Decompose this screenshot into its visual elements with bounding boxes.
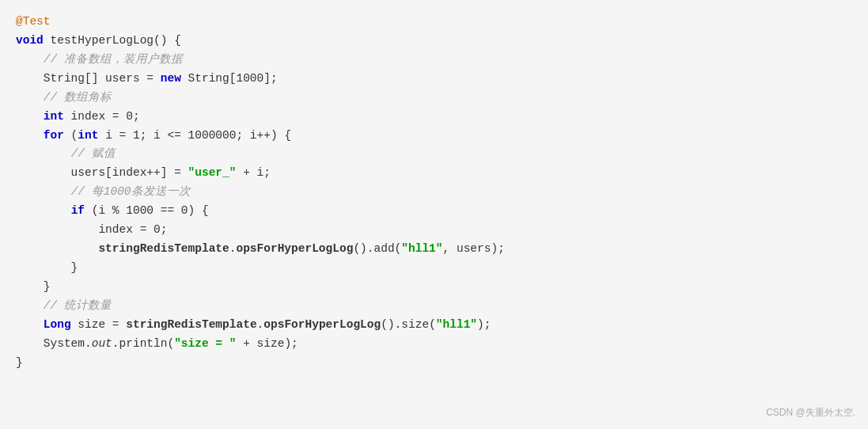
redis-call xyxy=(16,242,98,255)
comment5: // 统计数量 xyxy=(44,299,112,312)
ops-for-hll-size: opsForHyperLogLog xyxy=(263,318,381,331)
for-body: i = 1; i <= 1000000; i++) { xyxy=(98,129,291,142)
plus-size: + size); xyxy=(236,337,298,350)
watermark: CSDN @失重外太空. xyxy=(766,406,855,420)
comment1: // 准备数组，装用户数据 xyxy=(44,53,183,66)
users-assign: users[index++] = xyxy=(16,166,188,179)
comment3: // 赋值 xyxy=(71,147,116,160)
int-decl xyxy=(16,110,44,123)
code-container: @Test void testHyperLogLog() { // 准备数组，装… xyxy=(0,0,868,429)
new-keyword: new xyxy=(161,72,181,85)
size-end: ); xyxy=(477,318,491,331)
comment2: // 数组角标 xyxy=(44,91,112,104)
indent3 xyxy=(16,147,71,160)
close-for: } xyxy=(16,280,51,293)
string-array-decl: String[] users = xyxy=(16,72,161,85)
long-decl xyxy=(16,318,44,331)
ops-method: opsForHyperLogLog xyxy=(236,242,353,255)
string-user: "user_" xyxy=(188,166,237,179)
for-line xyxy=(16,129,44,142)
comment4: // 每1000条发送一次 xyxy=(71,185,191,198)
int-keyword1: int xyxy=(44,110,64,123)
method-bold: stringRedisTemplate xyxy=(98,242,229,255)
method-name: testHyperLogLog() { xyxy=(44,34,181,47)
if-line xyxy=(16,204,71,217)
call-add: ().add( xyxy=(353,242,401,255)
string-array-size: String[1000]; xyxy=(181,72,278,85)
size-decl: size = xyxy=(71,318,127,331)
close-if: } xyxy=(16,261,78,274)
close-method: } xyxy=(16,356,23,369)
concat-i: + i; xyxy=(236,166,271,179)
string-hll1: "hll1" xyxy=(401,242,442,255)
println-call: .println( xyxy=(112,337,174,350)
annotation-line: @Test xyxy=(16,15,51,28)
void-keyword: void xyxy=(16,34,44,47)
indent1 xyxy=(16,53,44,66)
int-keyword2: int xyxy=(78,129,98,142)
string-size-eq: "size = " xyxy=(174,337,236,350)
string-hll1-2: "hll1" xyxy=(436,318,477,331)
if-keyword: if xyxy=(71,204,85,217)
index-decl: index = 0; xyxy=(64,110,140,123)
code-block: @Test void testHyperLogLog() { // 准备数组，装… xyxy=(16,13,852,373)
index-reset: index = 0; xyxy=(16,223,167,236)
out-field: out xyxy=(92,337,112,350)
long-keyword: Long xyxy=(44,318,71,331)
size-call: ().size( xyxy=(381,318,436,331)
string-redis-template2: stringRedisTemplate xyxy=(126,318,256,331)
indent5 xyxy=(16,299,44,312)
for-params: ( xyxy=(64,129,78,142)
if-condition: (i % 1000 == 0) { xyxy=(85,204,209,217)
for-keyword: for xyxy=(44,129,64,142)
println-line: System. xyxy=(16,337,92,350)
users-param: , users); xyxy=(443,242,505,255)
indent2 xyxy=(16,91,44,104)
indent4 xyxy=(16,185,71,198)
size-chain: . xyxy=(257,318,264,331)
